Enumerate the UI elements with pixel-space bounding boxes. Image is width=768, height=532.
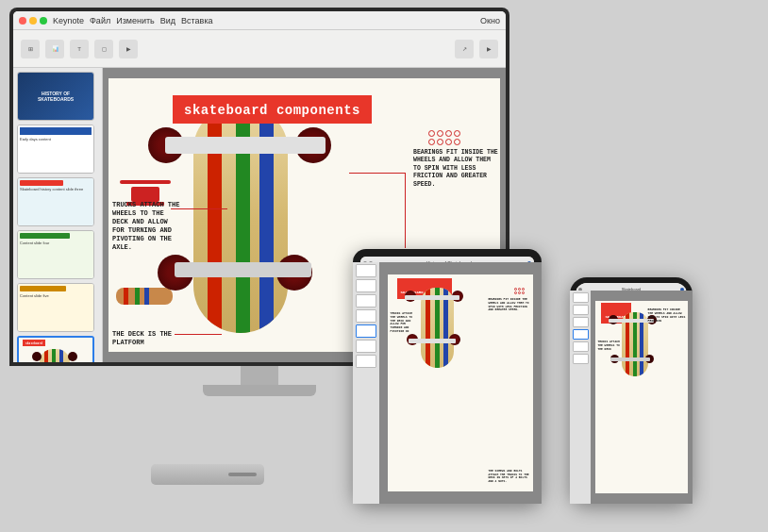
truck-icon-graphic	[120, 180, 171, 202]
deck-annotation-text: THE DECK IS THE PLATFORM	[112, 330, 183, 347]
imac-stand-neck	[241, 366, 278, 385]
toolbar-play[interactable]: ▶	[479, 40, 498, 58]
close-button[interactable]	[19, 17, 26, 25]
toolbar-text[interactable]: T	[70, 40, 89, 58]
iphone-trucks-text: TRUCKS ATTACH THE WHEELS TO THE DECK	[597, 341, 620, 352]
deck-mini-graphic	[116, 288, 173, 305]
slide-title-box: skateboard components	[173, 95, 372, 124]
ipad-deck-text: THE SCREWS AND BOLTS ATTACH THE TRUCKS T…	[488, 470, 530, 485]
menu-view[interactable]: Вид	[160, 16, 175, 25]
toolbar-media[interactable]: ▶	[119, 40, 138, 58]
bearings-dots-graphic	[428, 130, 462, 145]
bearing-dot-4	[454, 130, 460, 137]
ipad-slide-area: SKATEBOARD COMPONENTS	[379, 262, 534, 496]
toolbar: ⊞ 📊 T ◻ ▶ ↗ ▶	[13, 30, 506, 68]
bearing-dot-3	[445, 130, 452, 137]
app-name: Keynote	[53, 16, 84, 25]
iphone-thumb-6[interactable]	[576, 354, 589, 364]
iphone-bearings-text: BEARINGS FIT INSIDE THE WHEELS AND ALLOW…	[648, 308, 686, 324]
ipad-bd-3	[522, 288, 525, 291]
bearing-connector-line-h	[349, 173, 406, 174]
iphone-truck-bottom	[610, 357, 650, 361]
ipad-thumb-1[interactable]	[360, 264, 376, 277]
iphone-sidebar	[576, 291, 591, 498]
slide-thumb-5[interactable]: Content slide five	[17, 283, 94, 332]
ipad-bd-5	[518, 291, 521, 294]
ipad-truck-bottom	[409, 339, 456, 343]
ipad-screen: History of Skateboards SKATEBOARD COMPON…	[360, 257, 534, 496]
iphone-thumb-5[interactable]	[576, 341, 589, 352]
ipad-sidebar	[360, 262, 379, 496]
ipad-bd-2	[518, 288, 521, 291]
iphone-thumb-4-active[interactable]	[576, 329, 589, 340]
menu-edit[interactable]: Изменить	[116, 16, 155, 25]
ipad-bd-6	[522, 291, 525, 294]
minimize-button[interactable]	[29, 17, 37, 25]
iphone-thumb-3[interactable]	[576, 317, 589, 327]
menu-file[interactable]: Файл	[90, 16, 110, 25]
truck-connector-line	[171, 208, 227, 209]
ipad-thumb-4[interactable]	[360, 309, 376, 323]
toolbar-share[interactable]: ↗	[455, 40, 474, 58]
fullscreen-button[interactable]	[40, 17, 47, 25]
ipad-thumb-6[interactable]	[360, 340, 376, 353]
ipad-bd-1	[514, 288, 517, 291]
bearing-dot-7	[445, 139, 452, 145]
slide-thumb-2[interactable]: Early days content	[17, 125, 94, 174]
slide-thumb-1[interactable]: HISTORY OFSKATEBOARDS	[17, 72, 94, 121]
bearing-dot-2	[437, 130, 443, 137]
slide-title-text: skateboard components	[184, 103, 360, 118]
iphone-thumb-2[interactable]	[576, 305, 589, 315]
ipad-truck-top	[405, 295, 459, 300]
slide-thumb-4[interactable]: Content slide four	[17, 230, 94, 279]
bearing-dot-5	[428, 139, 435, 145]
menu-bar-right: Окно	[480, 16, 500, 25]
menu-bar: Keynote Файл Изменить Вид Вставка Окно	[13, 11, 506, 30]
iphone-screen: Skateboard SKATEBOARD	[576, 283, 687, 498]
menu-insert[interactable]: Вставка	[181, 16, 212, 25]
ipad-device: History of Skateboards SKATEBOARD COMPON…	[353, 249, 542, 504]
ipad-bd-4	[514, 291, 517, 294]
imac-stand-base	[203, 385, 316, 396]
slide-thumb-3[interactable]: Skateboard history content slide three	[17, 177, 94, 226]
iphone-slide: SKATEBOARD BEARINGS FIT INSIDE	[595, 301, 687, 492]
toolbar-chart[interactable]: 📊	[45, 40, 64, 58]
mac-mini	[151, 464, 264, 485]
slide-thumbnail-sidebar[interactable]: HISTORY OFSKATEBOARDS Early days content	[13, 68, 103, 362]
menu-bar-left: Keynote Файл Изменить Вид Вставка	[19, 16, 213, 25]
ipad-trucks-text: TRUCKS ATTACH THE WHEELS TO THE DECK AND…	[391, 312, 417, 334]
toolbar-table[interactable]: ⊞	[21, 40, 40, 58]
ipad-bearing-dots	[514, 288, 527, 294]
bearing-dot-6	[437, 139, 443, 145]
ipad-thumb-3[interactable]	[360, 294, 376, 308]
ipad-thumb-5-active[interactable]	[360, 324, 376, 338]
truck-axle-top	[165, 137, 326, 154]
bearing-dot-1	[428, 130, 435, 137]
iphone-device: Skateboard SKATEBOARD	[570, 277, 693, 504]
slide-thumb-6-active[interactable]: skateboard	[17, 336, 94, 362]
iphone-slide-area: SKATEBOARD BEARINGS FIT INSIDE	[591, 291, 687, 498]
bearings-annotation-text: BEARINGS FIT INSIDE THE WHEELS AND ALLOW…	[413, 149, 498, 189]
bearing-connector-line-v	[405, 173, 406, 248]
bearing-dot-8	[454, 139, 460, 145]
ipad-slide: SKATEBOARD COMPONENTS	[388, 274, 534, 491]
toolbar-shape[interactable]: ◻	[94, 40, 113, 58]
ipad-thumb-7[interactable]	[360, 355, 376, 368]
iphone-thumb-1[interactable]	[576, 292, 589, 303]
truck-axle-bottom	[175, 262, 311, 277]
window-controls[interactable]: Окно	[480, 16, 500, 25]
ipad-thumb-2[interactable]	[360, 279, 376, 292]
traffic-lights	[19, 17, 47, 25]
ipad-bearings-text: BEARINGS FIT INSIDE THE WHEELS AND ALLOW…	[488, 298, 530, 313]
